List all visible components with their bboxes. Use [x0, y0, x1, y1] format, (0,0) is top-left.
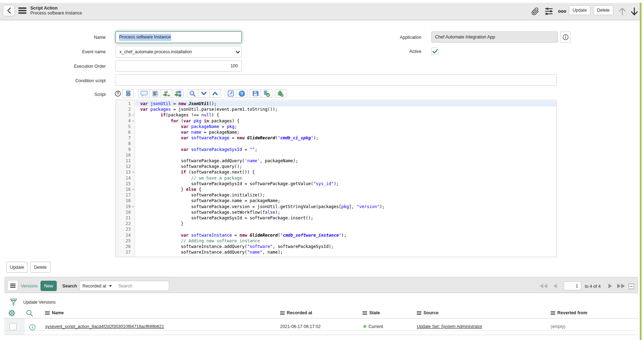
- previous-record-button[interactable]: [618, 7, 626, 15]
- format-document-button[interactable]: [149, 89, 161, 98]
- find-previous-button[interactable]: [209, 89, 221, 98]
- code-line[interactable]: softwareInstance.addQuery("software", so…: [135, 244, 556, 249]
- next-page-button[interactable]: [608, 284, 612, 290]
- code-line[interactable]: softwarePackage.initialize();: [135, 192, 556, 198]
- delete-button-header[interactable]: Delete: [593, 5, 613, 15]
- list-personalize-button[interactable]: [8, 310, 15, 318]
- list-filter-button[interactable]: [10, 298, 17, 308]
- code-line[interactable]: var jsonUtil = new JsonUtil();: [135, 101, 556, 107]
- code-line[interactable]: softwarePackage.query();: [135, 164, 556, 169]
- code-line[interactable]: [135, 152, 556, 158]
- code-line[interactable]: if (softwarePackage.next()) {: [135, 169, 556, 175]
- code-line[interactable]: softwarePackage.version = jsonUtil.getSt…: [135, 204, 556, 210]
- code-line[interactable]: var softwareInstance = new GlideRecord('…: [135, 232, 556, 238]
- list-search-field-select[interactable]: Recorded at: [79, 281, 115, 291]
- execution-order-input[interactable]: 100: [116, 60, 242, 72]
- execution-order-label: Execution Order: [28, 63, 106, 69]
- application-info-button[interactable]: [560, 31, 571, 43]
- line-number: 19: [116, 204, 131, 210]
- find-next-button[interactable]: [198, 89, 210, 98]
- code-line[interactable]: [135, 141, 556, 146]
- replace-button[interactable]: ab ac: [161, 89, 172, 98]
- form-context-menu-icon[interactable]: [18, 7, 26, 14]
- line-number: 1: [116, 101, 131, 107]
- list-search-input[interactable]: Search: [115, 281, 169, 291]
- syntax-check-button[interactable]: [261, 89, 272, 98]
- line-number: 22: [116, 221, 131, 226]
- code-line[interactable]: var softwarePackage = new GlideRecord('c…: [135, 135, 556, 141]
- code-line[interactable]: var softwarePackageSysId = "";: [135, 147, 556, 152]
- previous-page-button[interactable]: [553, 284, 557, 290]
- search-code-button[interactable]: [187, 89, 198, 98]
- personalize-form-button[interactable]: [545, 7, 553, 15]
- script-editor[interactable]: 123▾4▾5678910111213▾141516▾171819▾202122…: [116, 100, 557, 257]
- format-code-button[interactable]: [122, 89, 134, 98]
- code-line[interactable]: softwarePackageSysId = softwarePackage.g…: [135, 181, 556, 187]
- page-number-input[interactable]: 1: [564, 281, 581, 290]
- execution-order-value: 100: [230, 63, 238, 68]
- debug-button[interactable]: [275, 89, 286, 98]
- related-list-context-menu[interactable]: [7, 280, 18, 291]
- line-number: 4: [116, 118, 131, 124]
- condition-script-input[interactable]: [116, 74, 557, 86]
- line-number: 9: [116, 147, 131, 152]
- code-line[interactable]: var name = packageName;: [135, 129, 556, 135]
- script-help-button[interactable]: ?: [115, 91, 121, 97]
- code-line[interactable]: softwarePackageSysId = softwarePackage.i…: [135, 215, 556, 221]
- update-button-footer[interactable]: Update: [6, 262, 28, 273]
- column-header-name[interactable]: Name: [45, 310, 64, 315]
- code-line[interactable]: softwarePackage.addQuery('name', package…: [135, 158, 556, 164]
- code-line[interactable]: [135, 226, 556, 232]
- column-header-recorded-at[interactable]: Recorded at: [280, 310, 312, 315]
- code-line[interactable]: var packageName = pkg;: [135, 124, 556, 129]
- line-number: 2: [116, 107, 131, 112]
- code-line[interactable]: softwareInstance.addQuery("name", name);: [135, 249, 556, 255]
- save-button[interactable]: [249, 89, 261, 98]
- row-state: Current: [369, 324, 383, 329]
- first-page-button[interactable]: [539, 284, 548, 290]
- new-button[interactable]: New: [41, 281, 57, 291]
- replace-all-button[interactable]: ab ac: [172, 89, 184, 98]
- full-screen-button[interactable]: [225, 89, 236, 98]
- toolbar-group-debug: [275, 89, 286, 98]
- next-record-button[interactable]: [630, 7, 638, 15]
- column-header-source[interactable]: Source: [417, 310, 438, 315]
- collapse-list-button[interactable]: [628, 284, 634, 291]
- row-source-link[interactable]: Update Set: System Administrator: [417, 324, 482, 329]
- code-line[interactable]: } else {: [135, 187, 556, 192]
- last-page-button[interactable]: [617, 284, 625, 290]
- code-line[interactable]: var packages = jsonUtil.parse(event.parm…: [135, 107, 556, 112]
- code-line[interactable]: }: [135, 221, 556, 226]
- code-line[interactable]: // Adding new software instance: [135, 238, 556, 244]
- back-button[interactable]: [3, 5, 15, 16]
- comment-code-button[interactable]: [138, 89, 150, 98]
- delete-button-footer[interactable]: Delete: [30, 262, 50, 273]
- previous-page-icon: [553, 284, 557, 289]
- code-line[interactable]: if(packages !== null) {: [135, 112, 556, 118]
- chevron-down-icon: [201, 92, 206, 95]
- row-checkbox[interactable]: [10, 323, 17, 330]
- list-search-button[interactable]: [26, 310, 33, 318]
- related-list-title[interactable]: Versions: [21, 284, 38, 289]
- code-line[interactable]: softwarePackage.name = packageName;: [135, 198, 556, 204]
- line-number: 13: [116, 169, 131, 175]
- code-line[interactable]: for (var pkg in packages) {: [135, 118, 556, 124]
- active-checkbox[interactable]: [431, 48, 439, 55]
- line-number: 5: [116, 124, 131, 129]
- column-header-state-label: State: [369, 310, 380, 315]
- update-button-header[interactable]: Update: [569, 5, 590, 15]
- column-header-state[interactable]: State: [363, 310, 380, 315]
- event-name-select[interactable]: x_chef_automate.process.installation: [116, 46, 242, 57]
- code-line[interactable]: // we have a package: [135, 175, 556, 181]
- code-line[interactable]: softwarePackage.setWorkflow(false);: [135, 210, 556, 215]
- more-options-button[interactable]: [558, 7, 566, 15]
- attachment-button[interactable]: [531, 7, 539, 15]
- name-input[interactable]: Process software Instance: [116, 31, 242, 43]
- arrow-up-icon: [619, 7, 626, 16]
- list-filter-breadcrumb[interactable]: Update Versions: [23, 300, 56, 305]
- row-name-link[interactable]: sysevent_script_action_8acd4f2d2f303010f…: [45, 324, 164, 329]
- record-type-title: Script Action: [30, 6, 57, 11]
- editor-help-button[interactable]: ?: [236, 89, 248, 98]
- column-header-reverted-from[interactable]: Reverted from: [551, 310, 587, 315]
- funnel-icon: [10, 298, 17, 306]
